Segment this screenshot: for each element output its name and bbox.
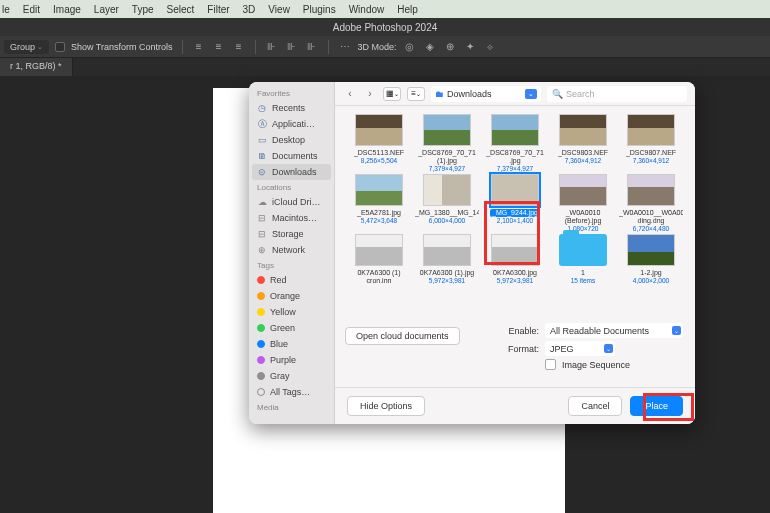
tag-dot-icon bbox=[257, 292, 265, 300]
distribute-icon[interactable]: ⊪ bbox=[285, 40, 299, 54]
menu-item[interactable]: Help bbox=[397, 4, 418, 15]
menu-item[interactable]: Filter bbox=[207, 4, 229, 15]
path-selector[interactable]: 🖿 Downloads ⌄ bbox=[431, 86, 541, 102]
menu-item[interactable]: le bbox=[2, 4, 10, 15]
file-item[interactable]: _MG_1380__MG_1405_Hdr.JPG6,000×4,000 bbox=[413, 174, 481, 232]
file-item[interactable]: 1-2.jpg4,000×2,000 bbox=[617, 234, 685, 285]
sidebar-item-label: Downloads bbox=[272, 167, 317, 177]
file-name: _E5A2781.jpg bbox=[357, 209, 401, 217]
file-item[interactable]: _DSC5113.NEF8,256×5,504 bbox=[345, 114, 413, 172]
3d-icon[interactable]: ◎ bbox=[403, 40, 417, 54]
back-button[interactable]: ‹ bbox=[343, 87, 357, 101]
locations-section: Locations bbox=[249, 180, 334, 194]
3d-icon[interactable]: ⟐ bbox=[483, 40, 497, 54]
search-input[interactable]: 🔍 Search bbox=[547, 86, 687, 102]
file-item[interactable]: _DSC9803.NEF7,360×4,912 bbox=[549, 114, 617, 172]
file-item[interactable]: _W0A0010 (Before).jpg1,080×720 bbox=[549, 174, 617, 232]
file-dimensions: 7,379×4,927 bbox=[497, 165, 533, 172]
sidebar-icloud[interactable]: ☁iCloud Dri… bbox=[249, 194, 334, 210]
3d-icon[interactable]: ✦ bbox=[463, 40, 477, 54]
sidebar-downloads[interactable]: ⊝Downloads bbox=[252, 164, 331, 180]
sidebar-recents[interactable]: ◷Recents bbox=[249, 100, 334, 116]
align-icon[interactable]: ≡ bbox=[232, 40, 246, 54]
tag-orange[interactable]: Orange bbox=[249, 288, 334, 304]
menu-item[interactable]: Window bbox=[349, 4, 385, 15]
file-item[interactable]: _DSC8769_70_71 (1).jpg7,379×4,927 bbox=[413, 114, 481, 172]
tag-label: Purple bbox=[270, 355, 296, 365]
menu-item[interactable]: Edit bbox=[23, 4, 40, 15]
menu-item[interactable]: Select bbox=[167, 4, 195, 15]
sidebar-storage[interactable]: ⊟Storage bbox=[249, 226, 334, 242]
menu-item[interactable]: Plugins bbox=[303, 4, 336, 15]
view-icon-button[interactable]: ▦⌄ bbox=[383, 87, 401, 101]
3d-icon[interactable]: ◈ bbox=[423, 40, 437, 54]
menu-item[interactable]: Layer bbox=[94, 4, 119, 15]
menu-item[interactable]: 3D bbox=[243, 4, 256, 15]
menu-item[interactable]: Image bbox=[53, 4, 81, 15]
tag-gray[interactable]: Gray bbox=[249, 368, 334, 384]
hide-options-button[interactable]: Hide Options bbox=[347, 396, 425, 416]
file-thumbnail bbox=[627, 234, 675, 266]
favorites-section: Favorites bbox=[249, 86, 334, 100]
file-item[interactable]: 0K7A6300 (1).jpg5,972×3,981 bbox=[413, 234, 481, 285]
file-dimensions: 7,360×4,912 bbox=[633, 157, 669, 164]
file-item[interactable]: 115 items bbox=[549, 234, 617, 285]
file-item[interactable]: _W0A0010__W0A0013_Bl…ding.dng6,720×4,480 bbox=[617, 174, 685, 232]
menu-item[interactable]: View bbox=[268, 4, 290, 15]
file-grid[interactable]: _DSC5113.NEF8,256×5,504_DSC8769_70_71 (1… bbox=[335, 106, 695, 321]
document-tab[interactable]: r 1, RGB/8) * bbox=[0, 58, 73, 76]
3d-icon[interactable]: ⊕ bbox=[443, 40, 457, 54]
distribute-icon[interactable]: ⊪ bbox=[265, 40, 279, 54]
cancel-button[interactable]: Cancel bbox=[568, 396, 622, 416]
disk-icon: ⊟ bbox=[257, 213, 267, 223]
file-item[interactable]: _E5A2781.jpg5,472×3,648 bbox=[345, 174, 413, 232]
menu-item[interactable]: Type bbox=[132, 4, 154, 15]
dialog-main: ‹ › ▦⌄ ≡⌄ 🖿 Downloads ⌄ 🔍 Search _DSC511… bbox=[335, 82, 695, 424]
enable-select[interactable]: All Readable Documents⌄ bbox=[545, 323, 683, 338]
file-item[interactable]: _DSC9807.NEF7,360×4,912 bbox=[617, 114, 685, 172]
tag-blue[interactable]: Blue bbox=[249, 336, 334, 352]
separator bbox=[255, 40, 256, 54]
tag-label: Blue bbox=[270, 339, 288, 349]
file-item[interactable]: 0K7A6300 (1) cron.inn bbox=[345, 234, 413, 285]
sidebar-applications[interactable]: ⒶApplicati… bbox=[249, 116, 334, 132]
sequence-checkbox[interactable] bbox=[545, 359, 556, 370]
sidebar-documents[interactable]: 🗎Documents bbox=[249, 148, 334, 164]
align-icon[interactable]: ≡ bbox=[212, 40, 226, 54]
tag-purple[interactable]: Purple bbox=[249, 352, 334, 368]
enable-value: All Readable Documents bbox=[550, 326, 649, 336]
view-group-button[interactable]: ≡⌄ bbox=[407, 87, 425, 101]
tag-red[interactable]: Red bbox=[249, 272, 334, 288]
distribute-icon[interactable]: ⊪ bbox=[305, 40, 319, 54]
tag-all[interactable]: All Tags… bbox=[249, 384, 334, 400]
file-item[interactable]: _DSC8769_70_71 .jpg7,379×4,927 bbox=[481, 114, 549, 172]
file-thumbnail bbox=[491, 174, 539, 206]
show-transform-checkbox[interactable] bbox=[55, 42, 65, 52]
file-name: 0K7A6300 (1).jpg bbox=[420, 269, 474, 277]
file-thumbnail bbox=[355, 234, 403, 266]
tag-green[interactable]: Green bbox=[249, 320, 334, 336]
forward-button[interactable]: › bbox=[363, 87, 377, 101]
mode-select[interactable]: Group ⌄ bbox=[4, 40, 49, 54]
sidebar-macintosh[interactable]: ⊟Macintos… bbox=[249, 210, 334, 226]
options-bar: Group ⌄ Show Transform Controls ≡ ≡ ≡ ⊪ … bbox=[0, 36, 770, 58]
file-name: 0K7A6300 (1) cron.inn bbox=[347, 269, 411, 285]
file-name: _DSC8769_70_71 .jpg bbox=[483, 149, 547, 165]
place-button[interactable]: Place bbox=[630, 396, 683, 416]
sidebar-desktop[interactable]: ▭Desktop bbox=[249, 132, 334, 148]
tag-all-icon bbox=[257, 388, 265, 396]
document-icon: 🗎 bbox=[257, 151, 267, 161]
open-cloud-button[interactable]: Open cloud documents bbox=[345, 327, 460, 345]
align-icon[interactable]: ≡ bbox=[192, 40, 206, 54]
path-label: Downloads bbox=[447, 89, 492, 99]
format-select[interactable]: JPEG⌄ bbox=[545, 341, 615, 356]
file-item[interactable]: _MG_9244.jpg2,100×1,400 bbox=[481, 174, 549, 232]
file-item[interactable]: 0K7A6300.jpg5,972×3,981 bbox=[481, 234, 549, 285]
file-dimensions: 8,256×5,504 bbox=[361, 157, 397, 164]
more-icon[interactable]: ⋯ bbox=[338, 40, 352, 54]
tag-yellow[interactable]: Yellow bbox=[249, 304, 334, 320]
file-dimensions: 15 items bbox=[571, 277, 596, 284]
sidebar-network[interactable]: ⊕Network bbox=[249, 242, 334, 258]
sidebar-item-label: Applicati… bbox=[272, 119, 315, 129]
file-dimensions: 7,360×4,912 bbox=[565, 157, 601, 164]
